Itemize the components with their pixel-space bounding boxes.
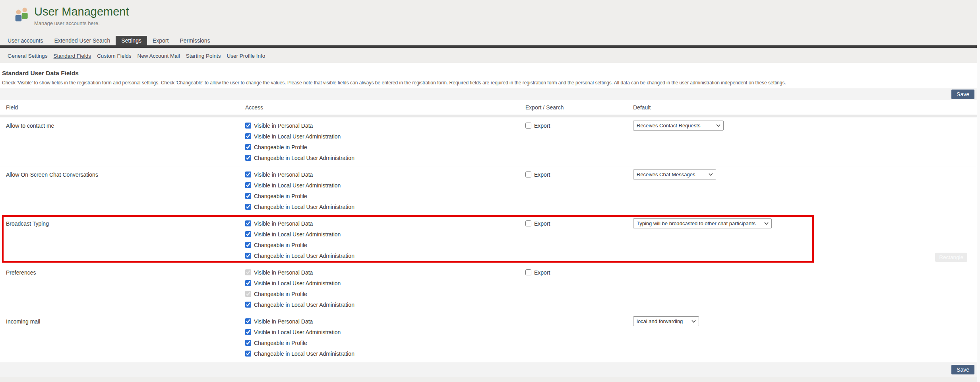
checkbox-label: Visible in Local User Administration bbox=[254, 133, 341, 140]
column-header-export-search: Export / Search bbox=[525, 104, 633, 111]
section-description: Check 'Visible' to show fields in the re… bbox=[2, 80, 977, 86]
access-option-visible-in-personal-data: Visible in Personal Data bbox=[245, 316, 525, 327]
checkbox-label: Changeable in Profile bbox=[254, 340, 307, 346]
field-label: Preferences bbox=[6, 269, 36, 276]
checkbox-visible-in-local-user-administration[interactable] bbox=[245, 329, 251, 335]
checkbox-label: Changeable in Local User Administration bbox=[254, 351, 354, 357]
checkbox-visible-in-local-user-administration[interactable] bbox=[245, 133, 251, 139]
checkbox-changeable-in-profile bbox=[245, 291, 251, 297]
bottom-toolbar: Save bbox=[0, 362, 977, 377]
default-select-broadcast-typing[interactable]: Typing will be broadcasted to other chat… bbox=[633, 218, 772, 228]
table-row-incoming-mail: Incoming mailVisible in Personal DataVis… bbox=[0, 313, 977, 362]
field-label: Allow to contact me bbox=[6, 123, 54, 129]
access-option-changeable-in-local-user-administration: Changeable in Local User Administration bbox=[245, 348, 525, 359]
checkbox-visible-in-personal-data bbox=[245, 269, 251, 275]
export-checkbox[interactable] bbox=[525, 220, 531, 226]
tab-export[interactable]: Export bbox=[147, 36, 174, 45]
access-option-visible-in-local-user-administration: Visible in Local User Administration bbox=[245, 278, 525, 288]
export-checkbox[interactable] bbox=[525, 123, 531, 129]
checkbox-label: Changeable in Local User Administration bbox=[254, 155, 354, 161]
checkbox-label: Visible in Personal Data bbox=[254, 318, 313, 325]
checkbox-changeable-in-profile[interactable] bbox=[245, 242, 251, 248]
access-option-visible-in-personal-data: Visible in Personal Data bbox=[245, 169, 525, 180]
tab-settings[interactable]: Settings bbox=[116, 36, 147, 45]
checkbox-label: Visible in Local User Administration bbox=[254, 182, 341, 189]
checkbox-label: Visible in Local User Administration bbox=[254, 329, 341, 335]
checkbox-label: Changeable in Local User Administration bbox=[254, 253, 354, 259]
checkbox-changeable-in-profile[interactable] bbox=[245, 340, 251, 346]
table-header-separator bbox=[0, 115, 977, 117]
column-header-default: Default bbox=[633, 104, 977, 111]
rectangle-ghost-button: Rectangle bbox=[935, 253, 967, 262]
field-label: Broadcast Typing bbox=[6, 220, 49, 227]
access-option-visible-in-local-user-administration: Visible in Local User Administration bbox=[245, 180, 525, 191]
field-label: Incoming mail bbox=[6, 318, 40, 325]
export-option: Export bbox=[525, 120, 633, 131]
top-toolbar: Save bbox=[0, 88, 977, 100]
checkbox-changeable-in-profile[interactable] bbox=[245, 193, 251, 199]
checkbox-changeable-in-local-user-administration[interactable] bbox=[245, 253, 251, 259]
subtab-standard-fields[interactable]: Standard Fields bbox=[54, 53, 91, 59]
settings-subtabbar: General SettingsStandard FieldsCustom Fi… bbox=[0, 48, 977, 63]
checkbox-visible-in-personal-data[interactable] bbox=[245, 123, 251, 129]
default-select-incoming-mail[interactable]: local and forwarding bbox=[633, 316, 699, 326]
subtab-user-profile-info[interactable]: User Profile Info bbox=[227, 53, 265, 59]
checkbox-changeable-in-local-user-administration[interactable] bbox=[245, 204, 251, 210]
checkbox-visible-in-personal-data[interactable] bbox=[245, 220, 251, 226]
page-header: User Management Manage user accounts her… bbox=[0, 0, 977, 36]
subtab-starting-points[interactable]: Starting Points bbox=[186, 53, 221, 59]
export-label: Export bbox=[534, 269, 550, 276]
field-label: Allow On-Screen Chat Conversations bbox=[6, 172, 98, 178]
access-option-changeable-in-local-user-administration: Changeable in Local User Administration bbox=[245, 152, 525, 163]
access-option-changeable-in-profile: Changeable in Profile bbox=[245, 288, 525, 299]
default-select-allow-on-screen-chat-conversations[interactable]: Receives Chat Messages bbox=[633, 170, 716, 179]
default-select-allow-to-contact-me[interactable]: Receives Contact Requests bbox=[633, 121, 724, 131]
checkbox-visible-in-local-user-administration[interactable] bbox=[245, 182, 251, 188]
page-title: User Management bbox=[34, 6, 129, 18]
table-row-allow-on-screen-chat-conversations: Allow On-Screen Chat ConversationsVisibl… bbox=[0, 166, 977, 215]
tab-user-accounts[interactable]: User accounts bbox=[2, 36, 48, 45]
checkbox-changeable-in-local-user-administration[interactable] bbox=[245, 302, 251, 308]
access-option-changeable-in-profile: Changeable in Profile bbox=[245, 240, 525, 250]
checkbox-label: Visible in Personal Data bbox=[254, 220, 313, 227]
subtab-general-settings[interactable]: General Settings bbox=[8, 53, 48, 59]
table-row-preferences: PreferencesVisible in Personal DataVisib… bbox=[0, 264, 977, 313]
tab-permissions[interactable]: Permissions bbox=[174, 36, 215, 45]
subtab-custom-fields[interactable]: Custom Fields bbox=[97, 53, 131, 59]
checkbox-label: Visible in Personal Data bbox=[254, 123, 313, 129]
user-management-page: User Management Manage user accounts her… bbox=[0, 0, 977, 377]
export-label: Export bbox=[534, 123, 550, 129]
access-option-visible-in-personal-data: Visible in Personal Data bbox=[245, 120, 525, 131]
checkbox-visible-in-personal-data[interactable] bbox=[245, 172, 251, 177]
access-option-visible-in-local-user-administration: Visible in Local User Administration bbox=[245, 327, 525, 337]
checkbox-label: Changeable in Local User Administration bbox=[254, 302, 354, 308]
save-button-top[interactable]: Save bbox=[951, 90, 974, 99]
checkbox-changeable-in-local-user-administration[interactable] bbox=[245, 155, 251, 161]
save-button-bottom[interactable]: Save bbox=[951, 365, 974, 374]
export-option: Export bbox=[525, 169, 633, 180]
checkbox-visible-in-local-user-administration[interactable] bbox=[245, 231, 251, 237]
export-option: Export bbox=[525, 267, 633, 278]
export-checkbox[interactable] bbox=[525, 172, 531, 177]
checkbox-label: Visible in Personal Data bbox=[254, 269, 313, 276]
checkbox-changeable-in-local-user-administration[interactable] bbox=[245, 351, 251, 357]
table-header-row: Field Access Export / Search Default bbox=[0, 100, 977, 115]
checkbox-label: Visible in Local User Administration bbox=[254, 280, 341, 286]
checkbox-label: Changeable in Profile bbox=[254, 144, 307, 150]
page-subtitle: Manage user accounts here. bbox=[34, 20, 129, 26]
users-icon bbox=[14, 6, 30, 24]
export-option: Export bbox=[525, 218, 633, 229]
export-checkbox[interactable] bbox=[525, 269, 531, 275]
checkbox-visible-in-personal-data[interactable] bbox=[245, 318, 251, 324]
vertical-scrollbar[interactable] bbox=[977, 0, 980, 382]
export-label: Export bbox=[534, 172, 550, 178]
content-area: Standard User Data Fields Check 'Visible… bbox=[0, 63, 977, 377]
access-option-changeable-in-profile: Changeable in Profile bbox=[245, 142, 525, 152]
subtab-new-account-mail[interactable]: New Account Mail bbox=[137, 53, 180, 59]
tab-extended-user-search[interactable]: Extended User Search bbox=[48, 36, 116, 45]
checkbox-label: Changeable in Local User Administration bbox=[254, 204, 354, 210]
checkbox-changeable-in-profile[interactable] bbox=[245, 144, 251, 150]
checkbox-visible-in-local-user-administration[interactable] bbox=[245, 280, 251, 286]
access-option-changeable-in-local-user-administration: Changeable in Local User Administration bbox=[245, 250, 525, 261]
table-row-broadcast-typing: Broadcast TypingVisible in Personal Data… bbox=[0, 215, 977, 264]
